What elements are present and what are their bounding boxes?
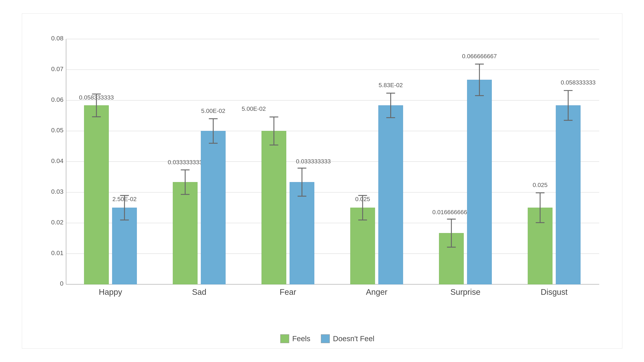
bar-happy-feels — [84, 105, 108, 284]
label-disgust-doesntfeel: 0.058333333 — [561, 79, 596, 86]
bar-disgust-doesntfeel — [556, 105, 580, 284]
y-label-004: 0.04 — [51, 157, 64, 164]
label-happy-feels: 0.058333333 — [79, 94, 114, 101]
bar-sad-doesntfeel — [201, 131, 225, 284]
y-label-008: 0.08 — [51, 35, 64, 42]
label-sad-doesntfeel: 5.00E-02 — [201, 107, 225, 114]
legend-doesntfeel-swatch — [321, 334, 330, 343]
label-surprise-doesntfeel: 0.066666667 — [462, 53, 497, 59]
legend-doesntfeel-label: Doesn't Feel — [333, 335, 374, 343]
y-label-007: 0.07 — [51, 65, 64, 72]
label-fear-doesntfeel: 0.033333333 — [296, 158, 331, 165]
xlabel-disgust: Disgust — [540, 288, 568, 297]
y-label-000: 0 — [60, 280, 64, 287]
label-disgust-feels: 0.025 — [532, 182, 548, 188]
label-anger-feels: 0.025 — [355, 196, 370, 202]
bar-fear-doesntfeel — [290, 182, 314, 284]
bar-fear-feels — [262, 131, 286, 284]
legend-feels: Feels — [280, 334, 310, 343]
xlabel-anger: Anger — [366, 288, 388, 297]
xlabel-sad: Sad — [192, 288, 206, 297]
y-label-006: 0.06 — [51, 96, 64, 103]
chart-legend: Feels Doesn't Feel — [280, 334, 374, 343]
y-label-002: 0.02 — [51, 219, 64, 226]
bar-anger-doesntfeel — [378, 105, 403, 284]
xlabel-happy: Happy — [99, 288, 122, 297]
xlabel-surprise: Surprise — [450, 288, 480, 297]
chart-container: 0.08 0.07 0.06 0.05 0.04 — [22, 13, 622, 349]
chart-svg: 0.08 0.07 0.06 0.05 0.04 — [47, 28, 608, 313]
xlabel-fear: Fear — [280, 288, 296, 297]
y-label-003: 0.03 — [51, 188, 64, 195]
legend-feels-label: Feels — [292, 335, 310, 343]
y-label-001: 0.01 — [51, 249, 64, 257]
label-sad-feels: 0.033333333 — [168, 159, 202, 165]
y-label-005: 0.05 — [51, 127, 64, 134]
label-surprise-feels: 0.0166666667 — [432, 209, 470, 215]
label-happy-doesntfeel: 2.50E-02 — [112, 196, 136, 202]
label-fear-feels: 5.00E-02 — [242, 105, 266, 112]
chart-area: 0.08 0.07 0.06 0.05 0.04 — [47, 28, 608, 313]
legend-doesntfeel: Doesn't Feel — [321, 334, 374, 343]
legend-feels-swatch — [280, 334, 289, 343]
label-anger-doesntfeel: 5.83E-02 — [378, 82, 403, 88]
bar-sad-feels — [173, 182, 198, 284]
bar-surprise-doesntfeel — [467, 80, 492, 284]
